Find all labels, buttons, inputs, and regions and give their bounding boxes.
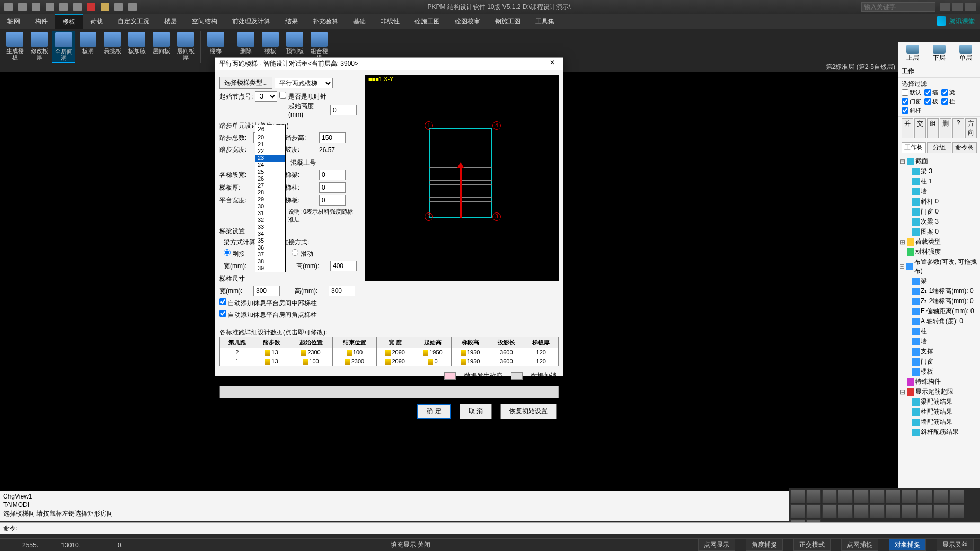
dropdown-option-34[interactable]: 34 [255,230,285,237]
view-tool-2[interactable] [822,490,837,503]
auto-corner-col-checkbox[interactable]: 自动添加休息平台房间角点梯柱 [219,310,317,319]
tree-梁配筋结果[interactable]: 梁配筋结果 [898,397,980,407]
mode-角度捕捉[interactable]: 角度捕捉 [746,539,783,551]
menu-tab-8[interactable]: 结果 [278,14,305,29]
tree-支撑[interactable]: 支撑 [898,346,980,357]
tree-Z₁ 1端标高(mm): 0[interactable]: Z₁ 1端标高(mm): 0 [898,286,980,296]
menu-tab-5[interactable]: 楼层 [157,14,184,29]
auto-mid-col-checkbox[interactable]: 自动添加休息平台房间中部梯柱 [219,298,317,308]
view-tool-21[interactable] [949,504,964,518]
menu-tab-14[interactable]: 钢施工图 [488,14,528,29]
view-tool-0[interactable] [790,490,805,503]
dropdown-option-39[interactable]: 39 [255,265,285,272]
view-tool-5[interactable] [870,490,885,503]
view-tool-8[interactable] [917,490,932,503]
view-tool-11[interactable] [790,504,805,518]
view-tool-14[interactable] [838,504,853,518]
start-height-input[interactable] [330,105,357,115]
ribbon-板洞[interactable]: 板洞 [76,31,100,55]
search-input[interactable] [861,2,935,12]
view-tool-1[interactable] [806,490,821,503]
tree-柱配筋结果[interactable]: 柱配筋结果 [898,407,980,417]
tree-布置参数(可改, 可拖拽布)[interactable]: ⊟布置参数(可改, 可拖拽布) [898,257,980,276]
dropdown-option-31[interactable]: 31 [255,210,285,217]
floor-multi-button[interactable]: 单层 [957,45,975,63]
tree-截面[interactable]: ⊟截面 [898,156,980,166]
dropdown-option-20[interactable]: 20 [255,134,285,141]
view-tool-6[interactable] [886,490,900,503]
new-icon[interactable] [18,3,27,11]
menu-tab-0[interactable]: 轴网 [0,14,28,29]
filter-btn-并[interactable]: 并 [902,118,913,138]
menu-tab-1[interactable]: 构件 [28,14,55,29]
tree-Z₂ 2端标高(mm): 0[interactable]: Z₂ 2端标高(mm): 0 [898,296,980,306]
dropdown-option-21[interactable]: 21 [255,141,285,148]
close-button[interactable] [965,3,976,11]
filter-check-柱[interactable]: 柱 [941,97,955,105]
panel-tab-工作树[interactable]: 工作树 [902,142,926,153]
filter-check-门窗[interactable]: 门窗 [902,97,921,105]
ribbon-板加腋[interactable]: 板加腋 [125,31,148,55]
filter-btn-组[interactable]: 组 [927,118,939,138]
ok-button[interactable]: 确 定 [417,404,451,419]
tool-icon[interactable] [87,3,95,11]
select-stair-type-button[interactable]: 选择楼梯类型... [219,77,272,89]
save-icon[interactable] [46,3,54,11]
dropdown-option-24[interactable]: 24 [255,162,285,168]
ribbon-悬挑板[interactable]: 悬挑板 [101,31,124,55]
filter-btn-方向[interactable]: 方向 [965,118,977,138]
tree-E  偏轴距离(mm): 0[interactable]: E 偏轴距离(mm): 0 [898,306,980,316]
mode-点网捕捉[interactable]: 点网捕捉 [841,539,878,551]
filter-check-梁[interactable]: 梁 [941,88,955,96]
view-tool-18[interactable] [902,504,916,518]
slab-concrete-input[interactable] [319,195,346,206]
clockwise-checkbox[interactable]: 是否是顺时针 [279,92,326,101]
view-tool-10[interactable] [949,490,964,503]
tree-A  轴转角(度): 0[interactable]: A 轴转角(度): 0 [898,316,980,326]
view-tool-7[interactable] [902,490,916,503]
menu-tab-3[interactable]: 荷载 [83,14,110,29]
floor-down-button[interactable]: 下层 [930,45,948,63]
step-height-input[interactable] [319,132,346,143]
mode-点网显示[interactable]: 点网显示 [698,539,735,551]
tree-柱 1[interactable]: 柱 1 [898,176,980,186]
copy-icon[interactable] [59,3,68,11]
tree-材料强度[interactable]: 材料强度 [898,247,980,257]
view-tool-15[interactable] [854,504,869,518]
col-height-input[interactable] [329,286,355,296]
panel-tab-命令树[interactable]: 命令树 [952,142,977,153]
col-concrete-input[interactable] [319,182,346,193]
stair-type-select[interactable]: 平行两跑楼梯 [275,78,333,88]
menu-tab-6[interactable]: 空间结构 [184,14,225,29]
dropdown-option-29[interactable]: 29 [255,196,285,203]
beam-height-input[interactable] [330,261,357,271]
table-row[interactable]: 11310023002090019503600120 [220,357,559,366]
dropdown-option-23[interactable]: 23 [255,155,285,162]
maximize-button[interactable] [952,3,963,11]
ribbon-修改板厚[interactable]: 修改板厚 [28,31,51,61]
menu-tab-11[interactable]: 非线性 [373,14,407,29]
minimize-button[interactable] [940,3,950,11]
menu-tab-9[interactable]: 补充验算 [305,14,346,29]
tree-次梁 3[interactable]: 次梁 3 [898,217,980,227]
dropdown-option-32[interactable]: 32 [255,217,285,224]
mode-正交模式[interactable]: 正交模式 [793,539,831,551]
tree-显示超筋超限[interactable]: ⊟显示超筋超限 [898,387,980,397]
view-tool-12[interactable] [806,504,821,518]
tree-荷载类型[interactable]: ⊞荷载类型 [898,237,980,247]
menu-tab-2[interactable]: 楼板 [55,14,83,29]
tree-图案 0[interactable]: 图案 0 [898,227,980,237]
ribbon-预制板[interactable]: 预制板 [283,31,306,55]
dropdown-option-22[interactable]: 22 [255,148,285,155]
table-row[interactable]: 21323001002090195019503600120 [220,348,559,357]
filter-check-默认[interactable]: 默认 [902,88,921,96]
tree-墙[interactable]: 墙 [898,186,980,197]
open-icon[interactable] [32,3,40,11]
filter-btn-删[interactable]: 删 [940,118,951,138]
tree-墙[interactable]: 墙 [898,336,980,346]
view-tool-17[interactable] [886,504,900,518]
undo-icon[interactable] [114,3,123,11]
dropdown-option-27[interactable]: 27 [255,182,285,189]
menu-tab-10[interactable]: 基础 [346,14,373,29]
beam-concrete-input[interactable] [319,170,346,180]
